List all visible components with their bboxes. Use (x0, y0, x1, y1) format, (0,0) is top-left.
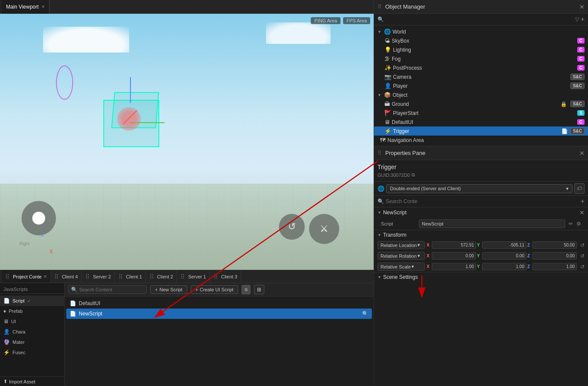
tree-item-player[interactable]: 👤 Player S&C (374, 81, 588, 90)
tab-client3[interactable]: ⠿ Client 3 (210, 270, 241, 283)
nav-item-ui[interactable]: 🖥 UI (0, 316, 64, 327)
relative-rotation-dropdown[interactable]: Relative Rotation ▾ (378, 252, 425, 260)
import-asset-btn[interactable]: ⬆ Import Asset (0, 377, 64, 386)
add-object-btn[interactable]: + (581, 15, 585, 23)
scale-y-val[interactable]: 1.00 (482, 263, 526, 270)
rotation-x-val[interactable]: 0.00 (432, 252, 476, 259)
relative-scale-dropdown[interactable]: Relative Scale ▾ (378, 262, 425, 271)
tab-project[interactable]: ⠿ Project Conte ✕ (2, 270, 51, 283)
object-manager-close[interactable]: ✕ (579, 3, 585, 10)
nav-item-prefab[interactable]: ♦ Prefab (0, 306, 64, 316)
grid-view-btn[interactable]: ⊞ (254, 285, 264, 294)
copy-icon[interactable]: ⧉ (412, 172, 415, 178)
scale-reset-btn[interactable]: ↺ (580, 264, 585, 270)
tree-item-camera[interactable]: 📷 Camera S&C (374, 72, 588, 81)
tab-client3-label: Client 3 (221, 274, 237, 279)
newscript-section: ▼ NewScript ✕ Script NewScript ✏ ⚙ (374, 207, 588, 230)
tree-item-lighting[interactable]: 💡 Lighting C (374, 45, 588, 54)
list-view-btn[interactable]: ≡ (241, 285, 251, 294)
location-reset-btn[interactable]: ↺ (580, 242, 585, 248)
tree-icon-world: 🌐 (384, 28, 391, 35)
tree-item-defaultui[interactable]: 🖥 DefaultUI C (374, 117, 588, 127)
search-box[interactable]: 🔍 (68, 285, 147, 294)
transform-header[interactable]: ▼ Transform (374, 230, 588, 240)
tree-icon-postprocess: ✨ (384, 65, 391, 71)
tree-item-world[interactable]: ▼ 🌐 World (374, 27, 588, 36)
tab-project-close[interactable]: ✕ (43, 274, 47, 279)
object-search-input[interactable] (386, 16, 573, 22)
object-tree: ▼ 🌐 World 🌤 SkyBox C 💡 Lighting C (374, 25, 588, 146)
nav-item-fusec[interactable]: ⚡ Fusec (0, 347, 64, 358)
tree-item-trigger[interactable]: ⚡ Trigger 📄 S&C (374, 127, 588, 136)
rotation-y-val[interactable]: 0.00 (482, 252, 526, 259)
add-prop-icon[interactable]: + (581, 198, 585, 205)
tree-label-world: World (393, 29, 585, 35)
viewport-tab-close[interactable]: ✕ (41, 4, 45, 9)
tab-client2[interactable]: ⠿ Client 2 (146, 270, 177, 283)
file-search-icon[interactable]: 🔍 (362, 311, 368, 317)
viewport-tab-label: Main Viewport (6, 4, 39, 10)
location-x-val[interactable]: 572.91 (432, 241, 476, 249)
z-label: Z (527, 264, 532, 269)
rotation-z-val[interactable]: 0.00 (532, 252, 577, 259)
main-viewport-tab[interactable]: Main Viewport ✕ (2, 0, 50, 14)
joystick[interactable] (22, 201, 56, 235)
tab-server2[interactable]: ⠿ Server 2 (82, 270, 115, 283)
drag-handle-icon: ⠿ (118, 273, 123, 280)
globe-icon: 🌐 (378, 185, 384, 192)
x-label: X (427, 264, 432, 269)
file-item-defaultui[interactable]: 📄 DefaultUI (66, 298, 372, 309)
rotation-reset-btn[interactable]: ↺ (580, 253, 585, 259)
tab-client1-label: Client 1 (126, 274, 142, 279)
scene-settings-header[interactable]: ▼ Scene Settings (378, 274, 585, 280)
tree-item-fog[interactable]: 🌫 Fog C (374, 54, 588, 63)
tab-client4[interactable]: ⠿ Client 4 (51, 270, 82, 283)
tab-server1[interactable]: ⠿ Server 1 (177, 270, 210, 283)
tree-item-playerstart[interactable]: 🚩 PlayerStart S (374, 108, 588, 117)
drag-handle-icon: ⠿ (54, 273, 59, 280)
tag-btn[interactable]: 🏷 (574, 183, 585, 194)
file-item-newscript[interactable]: 📄 NewScript 🔍 (66, 309, 372, 319)
tree-item-object[interactable]: ▼ 📦 Object (374, 90, 588, 99)
props-search-input[interactable] (386, 198, 579, 204)
nav-item-chara[interactable]: 👤 Chara (0, 327, 64, 337)
server-client-dropdown[interactable]: Double-ended (Server and Client) ▾ (386, 184, 573, 193)
viewport-tab-bar: Main Viewport ✕ (0, 0, 374, 14)
bottom-tabs: ⠿ Project Conte ✕ ⠿ Client 4 ⠿ Server 2 … (0, 270, 374, 283)
tree-item-postprocess[interactable]: ✨ PostProcess C (374, 63, 588, 72)
search-input[interactable] (79, 287, 144, 292)
filter-icon[interactable]: ▽ (575, 16, 579, 22)
fusec-icon: ⚡ (3, 349, 10, 355)
location-y-val[interactable]: -505.11 (482, 241, 526, 249)
tree-item-skybox[interactable]: 🌤 SkyBox C (374, 36, 588, 45)
newscript-close[interactable]: ✕ (579, 209, 585, 216)
tree-icon-trigger: ⚡ (384, 128, 391, 134)
tree-badge-defaultui: C (577, 119, 585, 125)
main-viewport[interactable]: PING Area FPS Area Right Z X ↺ ⚔ (0, 14, 374, 270)
properties-close[interactable]: ✕ (579, 150, 585, 157)
newscript-header[interactable]: ▼ NewScript ✕ (374, 207, 588, 218)
nav-item-script[interactable]: 📄 Script ✓ (0, 296, 64, 306)
script-edit-icon[interactable]: ✏ (569, 221, 573, 227)
nav-item-mater[interactable]: 🔮 Mater (0, 337, 64, 347)
nav-label-ui: UI (11, 319, 16, 324)
create-ui-btn[interactable]: + Create UI Script (191, 285, 238, 294)
script-settings-icon[interactable]: ⚙ (576, 221, 581, 227)
search-icon: 🔍 (378, 198, 384, 204)
location-z-val[interactable]: 50.00 (532, 241, 577, 249)
scale-x-val[interactable]: 1.00 (432, 263, 476, 270)
tree-item-navarea[interactable]: 🗺 Navigation Area (374, 136, 588, 145)
rotation-xyz-inputs: X 0.00 Y 0.00 Z 0.00 (427, 252, 577, 259)
rotate-btn[interactable]: ↺ (279, 214, 305, 240)
tree-item-ground[interactable]: 🏔 Ground 🔒 S&C (374, 99, 588, 108)
action-btn[interactable]: ⚔ (309, 214, 339, 244)
scale-z-input: Z 1.00 (527, 263, 577, 270)
new-script-btn[interactable]: + New Script (150, 285, 187, 294)
tree-item-preloaded[interactable]: ▼ ⚡ Preloaded Assets (374, 145, 588, 146)
relative-location-row: Relative Location ▾ X 572.91 Y -505.11 (374, 240, 588, 250)
tab-client1[interactable]: ⠿ Client 1 (115, 270, 146, 283)
z-label: Z (527, 243, 532, 247)
main-area: Main Viewport ✕ (0, 0, 588, 386)
scale-z-val[interactable]: 1.00 (532, 263, 577, 270)
relative-location-dropdown[interactable]: Relative Location ▾ (378, 241, 425, 249)
